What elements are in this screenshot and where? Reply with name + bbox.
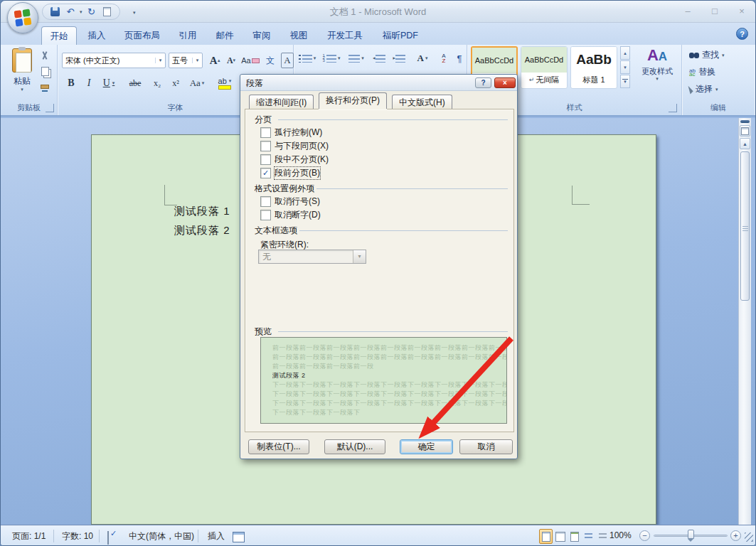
tab-developer[interactable]: 开发工具 [319, 26, 371, 45]
cut-button[interactable] [38, 49, 52, 62]
dialog-close-icon[interactable]: × [494, 77, 516, 88]
tab-home[interactable]: 开始 [41, 26, 77, 45]
minimize-button[interactable]: – [678, 5, 698, 18]
page-break-before-checkbox[interactable]: ✓ [260, 168, 271, 178]
styles-gallery-up-icon[interactable]: ▲ [620, 46, 630, 60]
checkbox-keep-with-next[interactable]: 与下段同页(X) [260, 140, 329, 151]
undo-dropdown-icon[interactable]: ▾ [80, 10, 82, 14]
tab-mailings[interactable]: 邮件 [208, 26, 241, 45]
zoom-out-icon[interactable]: − [639, 530, 650, 541]
checkbox-page-break-before[interactable]: ✓ 段前分页(B) [260, 167, 320, 178]
fullscreen-reading-view-icon[interactable] [553, 529, 567, 544]
keep-lines-together-checkbox[interactable] [260, 154, 271, 165]
find-button[interactable]: 查找▾ [689, 49, 725, 61]
zoom-level[interactable]: 100% [609, 530, 632, 540]
insert-mode[interactable]: 插入 [208, 530, 225, 542]
page-indicator[interactable]: 页面: 1/1 [12, 530, 46, 542]
dialog-help-icon[interactable]: ? [475, 77, 491, 88]
checkbox-dont-hyphenate[interactable]: 取消断字(D) [260, 209, 321, 220]
print-preview-icon[interactable] [101, 6, 114, 18]
paragraph-1[interactable]: 测试段落 1 [174, 205, 230, 218]
ruler-toggle-icon[interactable] [740, 125, 750, 136]
format-painter-button[interactable] [38, 80, 52, 93]
clipboard-dialog-launcher[interactable] [46, 104, 54, 112]
checkbox-keep-lines-together[interactable]: 段中不分页(K) [260, 154, 329, 165]
zoom-in-icon[interactable]: + [730, 530, 741, 541]
clear-formatting-button[interactable]: Aa [241, 53, 260, 68]
paste-button[interactable]: 粘贴 ▾ [6, 48, 38, 101]
replace-button[interactable]: abac 替换 [689, 66, 715, 78]
dialog-tab-asian-typography[interactable]: 中文版式(H) [392, 95, 452, 109]
tab-insert[interactable]: 插入 [80, 26, 113, 45]
paragraph-2[interactable]: 测试段落 2 [174, 224, 230, 237]
save-icon[interactable] [48, 6, 61, 18]
suppress-line-numbers-checkbox[interactable] [260, 196, 271, 207]
tab-review[interactable]: 审阅 [245, 26, 278, 45]
strikethrough-button[interactable]: abe [124, 75, 146, 92]
copy-button[interactable] [38, 65, 52, 77]
spellcheck-icon[interactable] [107, 532, 109, 545]
scrollbar-thumb[interactable] [740, 151, 750, 301]
asian-layout-button[interactable]: A▾ [412, 50, 433, 66]
font-name-dropdown-icon[interactable]: ▾ [155, 58, 165, 63]
styles-dialog-launcher[interactable] [669, 104, 677, 112]
close-button[interactable]: × [732, 5, 752, 18]
dont-hyphenate-checkbox[interactable] [260, 210, 271, 220]
multilevel-list-button[interactable]: ▾ [346, 50, 366, 66]
draft-view-icon[interactable] [596, 529, 609, 544]
phonetic-guide-button[interactable]: 文 [262, 53, 278, 68]
dialog-tab-indents-spacing[interactable]: 缩进和间距(I) [249, 95, 314, 109]
superscript-button[interactable]: x² [167, 75, 184, 92]
numbering-button[interactable]: 123▾ [322, 50, 341, 66]
character-border-button[interactable]: A [281, 53, 294, 68]
increase-indent-button[interactable]: ▾ [390, 50, 408, 66]
resize-grip[interactable] [745, 532, 753, 542]
keep-with-next-checkbox[interactable] [260, 141, 271, 151]
grow-font-button[interactable]: A▴ [207, 53, 223, 68]
tabs-button[interactable]: 制表位(T)... [248, 439, 309, 454]
font-size-combo[interactable]: 五号 ▾ [169, 53, 203, 68]
tab-references[interactable]: 引用 [171, 26, 204, 45]
underline-button[interactable]: U▾ [97, 75, 120, 92]
styles-gallery-down-icon[interactable]: ▼ [620, 60, 630, 74]
font-name-combo[interactable]: 宋体 (中文正文) ▾ [62, 53, 166, 68]
customize-qat-icon[interactable]: ▾ [133, 11, 136, 15]
print-layout-view-icon[interactable] [539, 529, 553, 544]
tab-foxit-pdf[interactable]: 福昕PDF [373, 26, 427, 45]
scroll-up-icon[interactable]: ▲ [740, 138, 750, 149]
highlight-button[interactable]: ab▾ [213, 75, 237, 92]
tab-page-layout[interactable]: 页面布局 [115, 26, 170, 45]
zoom-slider-thumb[interactable] [688, 530, 694, 539]
maximize-button[interactable]: □ [705, 5, 725, 18]
default-button[interactable]: 默认(D)... [324, 439, 385, 454]
office-button[interactable] [7, 2, 38, 33]
split-handle[interactable] [740, 120, 750, 123]
help-icon[interactable]: ? [736, 28, 748, 40]
dialog-tab-line-page-breaks[interactable]: 换行和分页(P) [319, 92, 387, 109]
show-hide-marks-button[interactable]: ¶ [453, 50, 466, 66]
change-styles-button[interactable]: AA 更改样式 ▾ [635, 46, 679, 100]
bullets-button[interactable]: ▾ [298, 50, 316, 66]
undo-icon[interactable]: ↶ [64, 6, 77, 18]
sort-button[interactable]: A Z [436, 50, 452, 66]
italic-button[interactable]: I [82, 75, 96, 92]
word-count[interactable]: 字数: 10 [62, 530, 93, 542]
language-indicator[interactable]: 中文(简体，中国) [129, 530, 194, 542]
widow-control-checkbox[interactable] [260, 127, 271, 138]
ok-button[interactable]: 确定 [400, 439, 453, 454]
macro-record-icon[interactable] [233, 532, 245, 542]
tab-view[interactable]: 视图 [282, 26, 315, 45]
shrink-font-button[interactable]: A▾ [224, 53, 238, 68]
bold-button[interactable]: B [63, 75, 79, 92]
style-heading1[interactable]: AaBb 标题 1 [570, 46, 617, 89]
checkbox-suppress-line-numbers[interactable]: 取消行号(S) [260, 196, 320, 207]
cancel-button[interactable]: 取消 [459, 439, 513, 454]
style-no-spacing[interactable]: AaBbCcDd ↵无间隔 [521, 46, 568, 89]
font-size-dropdown-icon[interactable]: ▾ [192, 58, 202, 63]
vertical-scrollbar[interactable]: ▲ [738, 118, 751, 525]
subscript-button[interactable]: x₂ [149, 75, 166, 92]
checkbox-widow-control[interactable]: 孤行控制(W) [260, 127, 322, 138]
select-button[interactable]: 选择▾ [689, 83, 718, 95]
web-layout-view-icon[interactable] [568, 529, 581, 544]
redo-icon[interactable]: ↻ [85, 6, 98, 18]
